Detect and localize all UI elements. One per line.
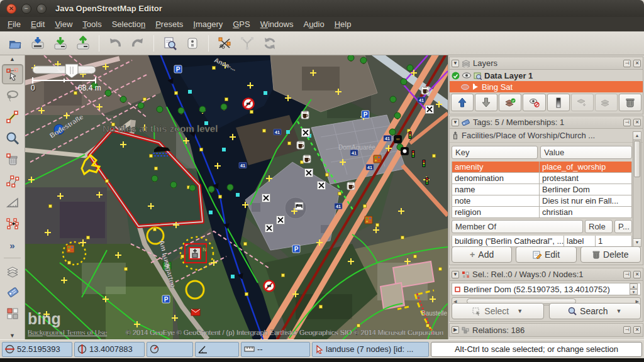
tool-select[interactable] xyxy=(2,64,23,84)
member-of-header[interactable]: Member Of xyxy=(452,220,583,233)
tool-delete[interactable] xyxy=(2,150,23,170)
window-minimize-button[interactable]: − xyxy=(21,4,31,14)
layer-row-bing[interactable]: Bing Sat xyxy=(450,81,643,92)
list-spinner[interactable]: ▲▼ xyxy=(630,283,638,295)
open-file-button[interactable] xyxy=(4,34,26,53)
split-way-button[interactable] xyxy=(214,34,235,53)
relations-expand-icon[interactable]: ▶ xyxy=(452,326,459,334)
tool-draw-node[interactable] xyxy=(2,107,23,127)
layers-close-icon[interactable]: ✕ xyxy=(633,60,641,67)
window-close-button[interactable]: ✕ xyxy=(6,4,16,14)
menu-windows[interactable]: Windows xyxy=(255,18,299,30)
menu-edit[interactable]: Edit xyxy=(26,18,50,30)
layers-pin-icon[interactable]: ⊣ xyxy=(623,60,631,67)
layer-row-data[interactable]: Data Layer 1 xyxy=(450,70,643,81)
tags-close-icon[interactable]: ✕ xyxy=(633,119,641,126)
toggle-layers-dialog[interactable] xyxy=(2,261,23,281)
select-dropdown-arrow[interactable]: ▼ xyxy=(517,308,523,314)
map-view[interactable]: PPPP41414141414141i∞ N 0 68.4 m No tiles… xyxy=(25,55,448,339)
download-data-button[interactable] xyxy=(50,34,71,53)
menu-view[interactable]: View xyxy=(50,18,77,30)
scroll-up-icon[interactable]: ▲ xyxy=(633,132,641,140)
key-column-header[interactable]: Key xyxy=(452,146,538,159)
layer-merge-button[interactable] xyxy=(571,94,594,111)
toggle-relations-dialog[interactable] xyxy=(2,304,23,324)
layer-delete-button[interactable] xyxy=(619,94,641,111)
relations-pin-icon[interactable]: ⊣ xyxy=(623,326,631,334)
svg-text:41: 41 xyxy=(336,204,341,209)
toggle-tags-dialog[interactable] xyxy=(2,282,23,302)
delete-tag-button[interactable]: Delete xyxy=(580,246,641,263)
tool-lasso[interactable] xyxy=(2,85,23,106)
longitude-icon xyxy=(77,344,87,354)
refresh-button[interactable] xyxy=(259,34,280,53)
tool-more[interactable]: » xyxy=(2,235,23,255)
layer-move-up-button[interactable] xyxy=(451,94,474,111)
tool-zoom[interactable] xyxy=(2,128,23,148)
add-tag-button[interactable]: +Add xyxy=(452,246,512,263)
layers-collapse-icon[interactable]: ▼ xyxy=(452,60,459,67)
tags-collapse-icon[interactable]: ▼ xyxy=(452,119,459,126)
menu-help[interactable]: Help xyxy=(330,18,357,30)
josm-window: ✕ − ▫ Java OpenStreetMap Editor FileEdit… xyxy=(0,0,644,362)
tool-parallel-way[interactable] xyxy=(2,171,23,191)
tool-follow-line[interactable] xyxy=(2,214,23,234)
role-header[interactable]: Role xyxy=(585,220,613,233)
layer-name: Data Layer 1 xyxy=(484,71,533,80)
layer-opacity-button[interactable] xyxy=(547,94,570,111)
window-maximize-button[interactable]: ▫ xyxy=(36,4,47,14)
save-button[interactable] xyxy=(27,34,48,53)
menu-imagery[interactable]: Imagery xyxy=(188,18,228,30)
menu-presets[interactable]: Presets xyxy=(150,18,188,30)
collapse-up-icon[interactable]: ▲ xyxy=(0,55,25,63)
menu-audio[interactable]: Audio xyxy=(298,18,329,30)
layer-visibility-button[interactable] xyxy=(523,94,545,111)
selection-close-icon[interactable]: ✕ xyxy=(633,271,641,278)
relations-close-icon[interactable]: ✕ xyxy=(633,326,641,334)
relations-dialog: ▶ Relations: 186 ⊣ ✕ xyxy=(449,323,643,337)
menu-file[interactable]: File xyxy=(3,18,26,30)
layer-move-down-button[interactable] xyxy=(475,94,497,111)
search-button[interactable]: Search▼ xyxy=(549,303,641,319)
selection-list-item[interactable]: Berliner Dom (52.5190735, 13.4010752) ▲▼ xyxy=(452,283,641,295)
trash-icon xyxy=(592,250,600,259)
visibility-eye-icon[interactable] xyxy=(462,72,471,79)
membership-row[interactable]: building ("Berlin Cathedral", ... label … xyxy=(452,236,632,247)
tool-measure[interactable] xyxy=(2,192,23,212)
tags-scrollbar[interactable]: ▲ ▼ xyxy=(633,131,641,247)
redo-button[interactable] xyxy=(127,34,148,53)
terms-of-use-link[interactable]: Background Terms of Use xyxy=(28,329,107,336)
combine-way-button[interactable] xyxy=(236,34,258,53)
tag-row[interactable]: denominationprotestant xyxy=(452,173,632,184)
tag-row[interactable]: noteDies ist nur ein Fall... xyxy=(452,195,632,207)
position-header[interactable]: P... xyxy=(614,220,632,233)
tags-pin-icon[interactable]: ⊣ xyxy=(623,119,631,126)
tags-title: Tags: 5 / Memberships: 1 xyxy=(473,118,621,127)
tag-row[interactable]: nameBerliner Dom xyxy=(452,184,632,195)
layer-duplicate-button[interactable] xyxy=(595,94,618,111)
status-angle xyxy=(195,342,239,357)
value-column-header[interactable]: Value xyxy=(540,146,632,159)
undo-button[interactable] xyxy=(104,34,126,53)
scroll-thumb[interactable] xyxy=(634,141,640,177)
menu-selection[interactable]: Selection xyxy=(107,18,150,30)
layer-activate-button[interactable] xyxy=(499,94,521,111)
search-dropdown-arrow[interactable]: ▼ xyxy=(616,308,621,314)
tag-row[interactable]: religionchristian xyxy=(452,207,632,218)
upload-data-button[interactable] xyxy=(72,34,94,53)
svg-text:41: 41 xyxy=(240,163,245,168)
layers-title: Layers xyxy=(473,58,621,68)
selection-pin-icon[interactable]: ⊣ xyxy=(623,271,631,278)
edit-tag-button[interactable]: Edit xyxy=(516,246,576,263)
menu-tools[interactable]: Tools xyxy=(77,18,106,30)
preset-link-row[interactable]: Facilities/Place of Worship/Church ... xyxy=(450,129,643,143)
toggle-dialogs-button[interactable] xyxy=(182,34,203,53)
tag-row[interactable]: amenityplace_of_worship xyxy=(452,162,632,173)
collapse-down-icon[interactable]: ▼ xyxy=(0,332,25,339)
selection-collapse-icon[interactable]: ▼ xyxy=(452,271,459,278)
select-button[interactable]: Select▼ xyxy=(452,303,544,319)
search-preferences-button[interactable] xyxy=(159,34,180,53)
partial-visibility-icon[interactable] xyxy=(461,83,469,91)
scroll-down-icon[interactable]: ▼ xyxy=(633,238,641,246)
menu-gps[interactable]: GPS xyxy=(228,18,255,30)
